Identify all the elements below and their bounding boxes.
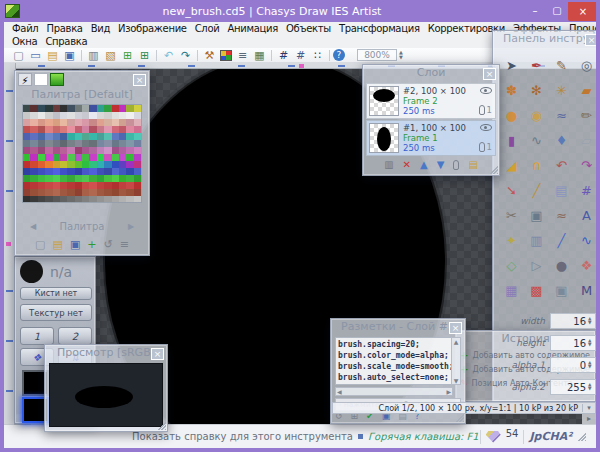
- slope-pencil-tool-icon[interactable]: ╱: [524, 178, 549, 203]
- palette-color-swatch[interactable]: [82, 154, 89, 161]
- hook-arrow-tool-icon[interactable]: ➘: [499, 178, 524, 203]
- paperclip-icon[interactable]: [479, 142, 485, 152]
- palette-color-swatch[interactable]: [30, 119, 37, 126]
- palette-color-swatch[interactable]: [119, 112, 126, 119]
- palette-color-swatch[interactable]: [45, 182, 52, 189]
- tools-panel-close-icon[interactable]: ×: [585, 34, 598, 46]
- reset-palette-icon[interactable]: ↺: [104, 238, 113, 252]
- layer-visibility-eye-icon[interactable]: [480, 87, 492, 94]
- guides-icon[interactable]: #: [275, 49, 292, 62]
- palette-color-swatch[interactable]: [67, 161, 74, 168]
- palette-color-swatch[interactable]: [104, 133, 111, 140]
- palette-color-swatch[interactable]: [82, 168, 89, 175]
- palette-color-swatch[interactable]: [45, 168, 52, 175]
- undo-icon[interactable]: ↶: [160, 49, 177, 62]
- palette-color-swatch[interactable]: [104, 119, 111, 126]
- open-palette-icon[interactable]: ▤: [52, 238, 62, 252]
- add-color-icon[interactable]: +: [87, 238, 96, 252]
- property-field-alpha.1[interactable]: 0▲▼: [550, 357, 596, 373]
- add-layer-icon[interactable]: ⊞: [119, 49, 136, 62]
- palette-color-swatch[interactable]: [89, 112, 96, 119]
- palette-color-swatch[interactable]: [38, 189, 45, 196]
- palette-color-swatch[interactable]: [23, 105, 30, 112]
- palette-color-swatch[interactable]: [45, 196, 52, 203]
- palette-color-swatch[interactable]: [75, 112, 82, 119]
- paperclip-icon[interactable]: [479, 105, 485, 115]
- layers-stack-icon[interactable]: ≡: [234, 49, 251, 62]
- import-icon[interactable]: ▤: [44, 49, 61, 62]
- option-1-button[interactable]: 1: [20, 327, 54, 345]
- palette-color-swatch[interactable]: [112, 154, 119, 161]
- menu-item-3[interactable]: Изображение: [114, 22, 191, 35]
- palette-color-swatch[interactable]: [53, 133, 60, 140]
- layer-down-icon[interactable]: ▼: [437, 158, 445, 172]
- palette-color-swatch[interactable]: [30, 112, 37, 119]
- palette-color-swatch[interactable]: [89, 168, 96, 175]
- markup-text-area[interactable]: brush.spacing=20;brush.color_mode=alpha;…: [335, 337, 453, 385]
- palette-color-swatch[interactable]: [45, 154, 52, 161]
- palette-color-swatch[interactable]: [134, 119, 141, 126]
- palette-color-swatch[interactable]: [126, 133, 133, 140]
- palette-color-swatch[interactable]: [67, 126, 74, 133]
- text-tool-icon[interactable]: A: [574, 203, 599, 228]
- fullscreen-icon[interactable]: ∷: [309, 49, 326, 62]
- palette-color-swatch[interactable]: [82, 147, 89, 154]
- smudge-tool-icon[interactable]: ▱: [574, 128, 599, 153]
- palette-color-swatch[interactable]: [23, 133, 30, 140]
- palette-color-swatch[interactable]: [23, 189, 30, 196]
- palette-color-swatch[interactable]: [104, 154, 111, 161]
- palette-color-swatch[interactable]: [126, 119, 133, 126]
- palette-color-swatch[interactable]: [126, 154, 133, 161]
- palette-color-swatch[interactable]: [119, 175, 126, 182]
- palette-color-swatch[interactable]: [119, 154, 126, 161]
- zoom-spinner[interactable]: ▲▼: [399, 50, 403, 60]
- palette-color-swatch[interactable]: [104, 126, 111, 133]
- palette-color-swatch[interactable]: [53, 105, 60, 112]
- palette-color-swatch[interactable]: [97, 168, 104, 175]
- palette-color-swatch[interactable]: [45, 112, 52, 119]
- palette-color-swatch[interactable]: [60, 196, 67, 203]
- palette-color-swatch[interactable]: [134, 161, 141, 168]
- palette-color-swatch[interactable]: [60, 119, 67, 126]
- scribble-tool-icon[interactable]: ≈: [549, 203, 574, 228]
- palette-color-swatch[interactable]: [126, 168, 133, 175]
- palette-color-swatch[interactable]: [112, 182, 119, 189]
- palette-color-swatch[interactable]: [45, 119, 52, 126]
- palette-color-swatch[interactable]: [97, 112, 104, 119]
- palette-color-swatch[interactable]: [30, 105, 37, 112]
- menu-item-4[interactable]: Слой: [191, 22, 224, 35]
- palette-color-swatch[interactable]: [134, 189, 141, 196]
- palette-color-swatch[interactable]: [134, 154, 141, 161]
- palette-color-swatch[interactable]: [75, 140, 82, 147]
- palette-color-swatch[interactable]: [126, 161, 133, 168]
- palette-color-swatch[interactable]: [30, 161, 37, 168]
- statusbar-resize-grip[interactable]: [577, 432, 586, 441]
- palette-color-swatch[interactable]: [67, 147, 74, 154]
- palette-color-swatch[interactable]: [104, 161, 111, 168]
- palette-color-swatch[interactable]: [60, 133, 67, 140]
- palette-color-swatch[interactable]: [38, 119, 45, 126]
- brush-tool-icon[interactable]: ✽: [499, 78, 524, 103]
- palette-color-swatch[interactable]: [97, 147, 104, 154]
- palette-color-swatch[interactable]: [45, 105, 52, 112]
- palette-color-swatch[interactable]: [60, 126, 67, 133]
- palette-color-swatch[interactable]: [30, 140, 37, 147]
- crop-tool-icon[interactable]: #: [574, 178, 599, 203]
- palette-color-swatch[interactable]: [97, 105, 104, 112]
- palette-color-swatch[interactable]: [134, 112, 141, 119]
- palette-color-swatch[interactable]: [119, 168, 126, 175]
- palette-color-swatch[interactable]: [67, 140, 74, 147]
- palette-color-swatch[interactable]: [119, 196, 126, 203]
- palette-color-swatch[interactable]: [75, 189, 82, 196]
- palette-color-swatch[interactable]: [60, 175, 67, 182]
- palette-color-swatch[interactable]: [53, 175, 60, 182]
- star-tool-icon[interactable]: ✦: [499, 228, 524, 253]
- palette-color-swatch[interactable]: [119, 119, 126, 126]
- palette-grid-icon[interactable]: [220, 50, 232, 61]
- menu-item-7[interactable]: Трансформация: [335, 22, 424, 35]
- magnifier-tool-icon[interactable]: ◎: [574, 53, 599, 72]
- menu-item-row2-1[interactable]: Справка: [41, 35, 91, 48]
- palette-color-swatch[interactable]: [30, 168, 37, 175]
- palette-color-swatch[interactable]: [23, 175, 30, 182]
- palette-color-swatch[interactable]: [75, 168, 82, 175]
